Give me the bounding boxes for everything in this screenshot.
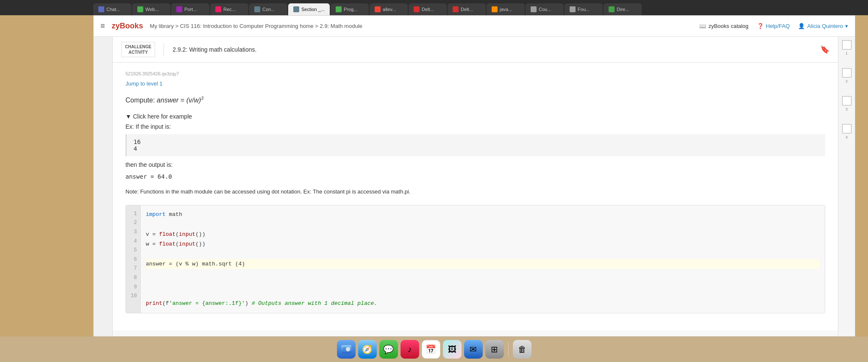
- code-line-5: [146, 249, 820, 259]
- catalog-label: zyBooks catalog: [708, 23, 748, 29]
- dock-launchpad[interactable]: ⊞: [485, 340, 504, 359]
- right-panel: 1 2 3 4: [838, 37, 855, 336]
- tab-bar: Chat... Web... Port... Rec... Con... Sec…: [0, 0, 868, 15]
- click-example-toggle[interactable]: Click here for example: [125, 113, 825, 120]
- line-num-2: 2: [129, 218, 137, 228]
- line-num-7: 7: [129, 264, 137, 274]
- jump-to-level-link[interactable]: Jump to level 1: [125, 80, 162, 87]
- code-line-4: w = float(input()): [146, 239, 820, 249]
- tab-favicon-web: [137, 6, 143, 12]
- browser-window: ≡ zyBooks My library > CIS 116: Introduc…: [93, 15, 855, 337]
- dock: 🧭 💬 ♪ 📅 🖼 ✉ ⊞ 🗑: [0, 337, 868, 362]
- dock-mail[interactable]: ✉: [464, 340, 483, 359]
- tab-section[interactable]: Section _...: [288, 3, 330, 15]
- tab-rec[interactable]: Rec...: [210, 3, 248, 15]
- dock-music[interactable]: ♪: [401, 340, 419, 359]
- catalog-book-icon: 📖: [699, 23, 706, 29]
- tab-web[interactable]: Web...: [132, 3, 170, 15]
- level-3-num: 3: [846, 107, 848, 111]
- challenge-header: CHALLENGE ACTIVITY 2.9.2: Writing math c…: [113, 37, 838, 63]
- tab-favicon-section: [293, 6, 299, 12]
- tab-java[interactable]: java...: [487, 3, 525, 15]
- tab-chat[interactable]: Chat...: [93, 3, 131, 15]
- catalog-link[interactable]: 📖 zyBooks catalog: [699, 23, 748, 29]
- note-text: Note: Functions in the math module can b…: [125, 188, 825, 196]
- user-icon: 👤: [798, 23, 805, 29]
- input-val2: 4: [134, 145, 818, 152]
- line-num-6: 6: [129, 255, 137, 265]
- code-line-3: v = float(input()): [146, 229, 820, 239]
- code-line-9: [146, 289, 820, 298]
- tab-label-con: Con...: [262, 7, 275, 12]
- level-2-indicator[interactable]: 2: [842, 68, 851, 83]
- dock-divider: [508, 342, 509, 357]
- tab-label-section: Section _...: [301, 7, 325, 12]
- tab-favicon-java: [492, 6, 498, 12]
- hamburger-icon[interactable]: ≡: [100, 22, 105, 30]
- formula-equals: =: [181, 97, 186, 104]
- tab-delt2[interactable]: Delt...: [448, 3, 486, 15]
- dock-calendar[interactable]: 📅: [422, 340, 440, 359]
- level-3-box: [842, 96, 851, 105]
- breadcrumb: My library > CIS 116: Introduction to Co…: [150, 23, 693, 29]
- line-num-8: 8: [129, 274, 137, 283]
- dock-trash[interactable]: 🗑: [513, 340, 531, 359]
- output-val: answer = 64.0: [125, 171, 825, 182]
- level-4-num: 4: [846, 135, 848, 139]
- tab-prog[interactable]: Prog...: [331, 3, 369, 15]
- zybooks-logo: zyBooks: [112, 22, 143, 30]
- user-label: Alicia Quintero: [807, 23, 843, 29]
- tab-label-fou: Fou...: [578, 7, 590, 12]
- user-menu[interactable]: 👤 Alicia Quintero ▾: [798, 23, 848, 29]
- challenge-badge-line1: CHALLENGE: [125, 44, 151, 50]
- challenge-title: 2.9.2: Writing math calculations.: [172, 46, 256, 53]
- formula-line: Compute: answer = (v/w)3: [125, 94, 825, 107]
- tab-allev[interactable]: allev...: [370, 3, 408, 15]
- tab-label-cou: Cou...: [539, 7, 551, 12]
- tab-cou[interactable]: Cou...: [526, 3, 564, 15]
- code-editor[interactable]: 1 2 3 4 5 6 7 8 9 10 import math: [125, 205, 825, 313]
- tab-favicon-port: [176, 6, 182, 12]
- help-label: Help/FAQ: [766, 23, 790, 29]
- dock-photos[interactable]: 🖼: [443, 340, 462, 359]
- code-line-7: [146, 269, 820, 279]
- tab-favicon-con: [254, 6, 260, 12]
- code-line-1: import math: [146, 210, 820, 219]
- level-4-box: [842, 124, 851, 133]
- tab-label-delt1: Delt...: [422, 7, 434, 12]
- tab-delt1[interactable]: Delt...: [409, 3, 447, 15]
- formula-var: answer: [157, 97, 179, 104]
- example-label: Ex: If the input is:: [125, 123, 825, 130]
- tab-port[interactable]: Port...: [171, 3, 209, 15]
- line-num-1: 1: [129, 210, 137, 219]
- code-lines: import math v = float(input()) w = float…: [141, 205, 825, 313]
- tab-label-allev: allev...: [383, 7, 396, 12]
- nav-right: 📖 zyBooks catalog ❓ Help/FAQ 👤 Alicia Qu…: [699, 23, 848, 29]
- level-2-num: 2: [846, 79, 848, 83]
- line-numbers: 1 2 3 4 5 6 7 8 9 10: [126, 205, 141, 313]
- help-circle-icon: ❓: [757, 23, 764, 29]
- tab-favicon-delt1: [414, 6, 420, 12]
- help-link[interactable]: ❓ Help/FAQ: [757, 23, 790, 29]
- tab-label-rec: Rec...: [223, 7, 236, 12]
- tab-favicon-fou: [570, 6, 576, 12]
- bookmark-icon[interactable]: 🔖: [820, 45, 829, 54]
- tab-dire[interactable]: Dire...: [604, 3, 642, 15]
- input-val1: 16: [134, 138, 818, 145]
- tab-label-prog: Prog...: [344, 7, 357, 12]
- tab-con[interactable]: Con...: [249, 3, 287, 15]
- tab-label-java: java...: [500, 7, 512, 12]
- level-3-indicator[interactable]: 3: [842, 96, 851, 111]
- level-1-box: [842, 40, 851, 50]
- dock-finder[interactable]: [337, 340, 356, 359]
- dock-messages[interactable]: 💬: [379, 340, 398, 359]
- tab-fou[interactable]: Fou...: [565, 3, 603, 15]
- level-4-indicator[interactable]: 4: [842, 124, 851, 139]
- input-example-box: 16 4: [125, 134, 825, 156]
- dock-safari[interactable]: 🧭: [358, 340, 377, 359]
- tab-label-delt2: Delt...: [461, 7, 473, 12]
- code-line-2: [146, 219, 820, 229]
- level-1-indicator[interactable]: 1: [842, 40, 851, 55]
- nav-bar: ≡ zyBooks My library > CIS 116: Introduc…: [94, 16, 855, 37]
- compute-prefix: Compute:: [125, 97, 155, 104]
